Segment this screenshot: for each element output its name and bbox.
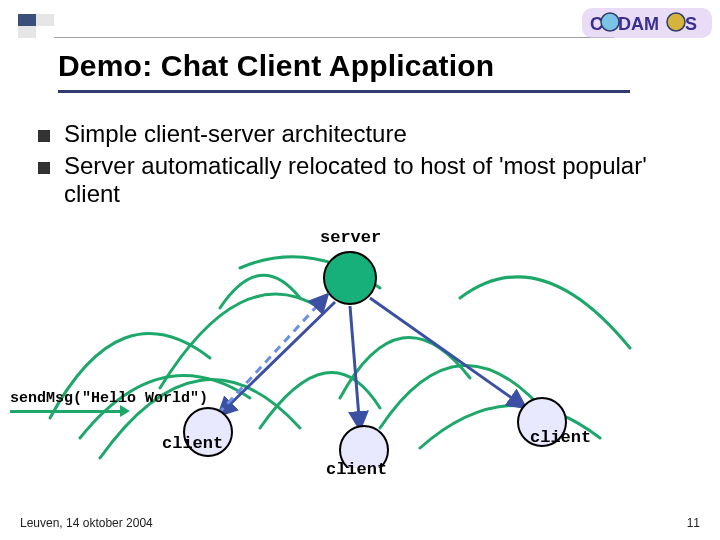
svg-line-9 [370, 298, 526, 408]
svg-point-6 [324, 252, 376, 304]
bullet-icon [38, 130, 50, 142]
client-label-2: client [326, 460, 387, 479]
bullet-1: Simple client-server architecture [40, 120, 640, 148]
top-divider [54, 37, 614, 38]
bullet-2: Server automatically relocated to host o… [40, 152, 680, 208]
svg-line-7 [218, 302, 335, 416]
svg-point-2 [601, 13, 619, 31]
client-label-3: client [530, 428, 591, 447]
svg-text:S: S [685, 14, 697, 34]
slide-title: Demo: Chat Client Application [58, 50, 494, 82]
svg-text:DAM: DAM [618, 14, 659, 34]
sendmsg-arrow-icon [10, 410, 122, 413]
corner-accent [18, 14, 54, 38]
sendmsg-label: sendMsg("Hello World") [10, 390, 208, 407]
footer-location-date: Leuven, 14 oktober 2004 [20, 516, 153, 530]
bullet-icon [38, 162, 50, 174]
bullet-2-text: Server automatically relocated to host o… [64, 152, 680, 208]
svg-point-4 [667, 13, 685, 31]
svg-line-10 [218, 294, 328, 414]
page-number: 11 [687, 516, 700, 530]
codamos-logo: C DAM S [582, 2, 712, 50]
bullet-1-text: Simple client-server architecture [64, 120, 407, 148]
title-underline [58, 90, 630, 93]
client-label-1: client [162, 434, 223, 453]
server-label: server [320, 228, 381, 247]
